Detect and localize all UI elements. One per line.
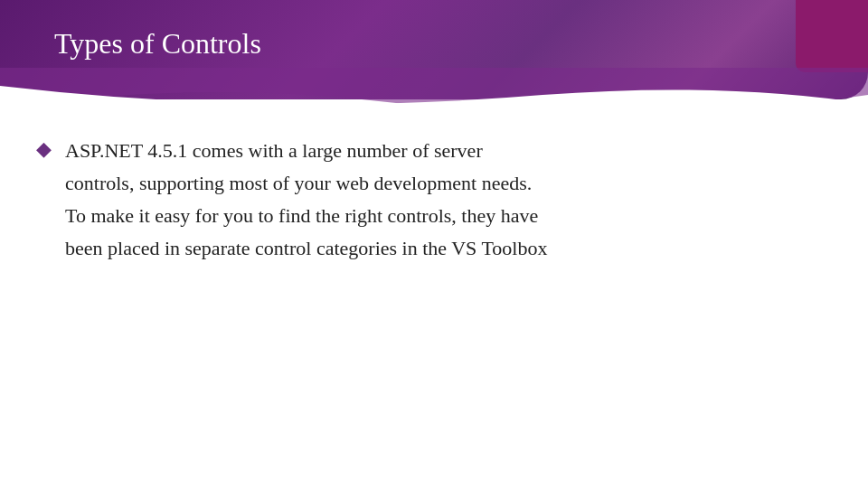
bullet-item: ◆ ASP.NET 4.5.1 comes with a large numbe… [36, 136, 832, 266]
text-line-2: controls, supporting most of your web de… [65, 168, 547, 199]
bullet-section: ◆ ASP.NET 4.5.1 comes with a large numbe… [36, 136, 832, 266]
bullet-marker: ◆ [36, 137, 52, 161]
bullet-text: ASP.NET 4.5.1 comes with a large number … [65, 136, 547, 266]
header-wave [0, 68, 868, 122]
text-line-4: been placed in separate control categori… [65, 233, 547, 264]
corner-accent [796, 0, 868, 72]
slide: Types of Controls ◆ ASP.NET 4.5.1 comes … [0, 0, 868, 488]
content-area: ◆ ASP.NET 4.5.1 comes with a large numbe… [36, 117, 832, 470]
slide-title: Types of Controls [54, 27, 261, 61]
text-line-1: ASP.NET 4.5.1 comes with a large number … [65, 136, 547, 166]
text-line-3: To make it easy for you to find the righ… [65, 201, 547, 231]
